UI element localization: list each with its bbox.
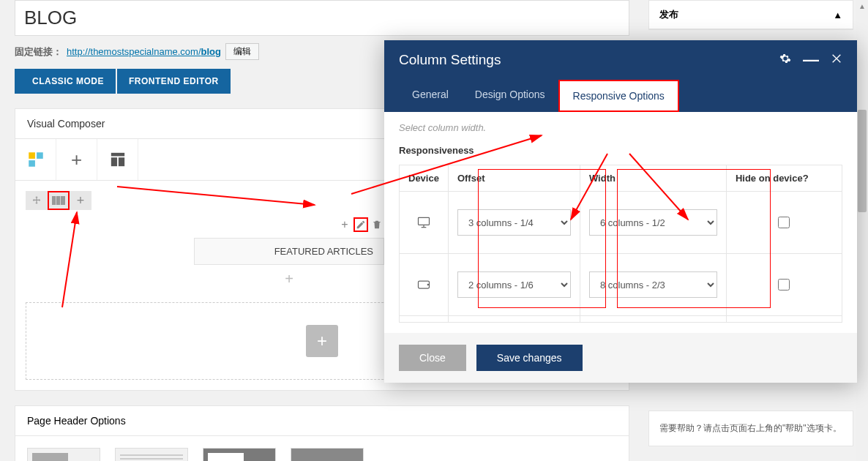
collapse-icon: ▲: [833, 10, 842, 20]
row-layout-button[interactable]: [48, 191, 70, 210]
close-button[interactable]: Close: [399, 345, 466, 371]
svg-rect-1: [111, 157, 116, 166]
tab-general[interactable]: General: [399, 80, 462, 112]
column-tools: +: [194, 216, 384, 233]
tab-responsive-options[interactable]: Responsive Options: [558, 80, 679, 112]
page-header-options-panel: Page Header Options: [15, 405, 629, 461]
modal-actions: —: [779, 53, 842, 67]
column-block: + FEATURED ARTICLES +: [194, 216, 384, 293]
window-scrollbar[interactable]: ▲: [856, 0, 868, 461]
pho-option-1[interactable]: [27, 448, 100, 461]
responsiveness-table: Device Offset Width Hide on device? 3 co…: [399, 165, 842, 323]
col-add-under-button[interactable]: +: [194, 265, 384, 293]
modal-header: Column Settings — General Design Options…: [384, 40, 857, 112]
help-box: 需要帮助？请点击页面右上角的"帮助"选项卡。: [648, 411, 853, 446]
pho-body: [15, 436, 629, 461]
tab-design-options[interactable]: Design Options: [462, 80, 558, 112]
hint-text: Select column width.: [399, 122, 842, 133]
svg-rect-2: [118, 157, 124, 166]
desktop-icon: [408, 215, 439, 230]
save-changes-button[interactable]: Save changes: [476, 345, 583, 371]
modal-title: Column Settings: [399, 52, 501, 68]
table-row: [400, 316, 842, 323]
column-settings-modal: Column Settings — General Design Options…: [384, 40, 857, 383]
permalink-label: 固定链接：: [15, 45, 62, 59]
col-header-offset: Offset: [448, 165, 580, 192]
col-add-button[interactable]: +: [337, 217, 352, 232]
col-header-device: Device: [400, 165, 449, 192]
pho-title: Page Header Options: [15, 406, 629, 436]
close-icon[interactable]: [831, 53, 842, 67]
edit-slug-button[interactable]: 编辑: [225, 43, 259, 60]
modal-tabs: General Design Options Responsive Option…: [384, 80, 857, 112]
scroll-up-arrow[interactable]: ▲: [856, 0, 868, 12]
publish-box-header[interactable]: 发布 ▲: [649, 1, 853, 29]
svg-rect-3: [52, 196, 56, 205]
table-row: 2 columns - 1/6 8 columns - 2/3: [400, 254, 842, 316]
svg-point-15: [427, 284, 428, 285]
offset-select-desktop[interactable]: 3 columns - 1/4: [457, 209, 571, 236]
page-title-input[interactable]: [24, 7, 620, 29]
text-block[interactable]: FEATURED ARTICLES: [194, 238, 384, 265]
tablet-landscape-icon: [408, 277, 439, 292]
svg-rect-11: [418, 217, 429, 225]
hide-checkbox-tablet-l[interactable]: [778, 279, 790, 291]
pho-option-4[interactable]: [291, 448, 364, 461]
gear-icon[interactable]: [779, 53, 791, 67]
modal-body: Select column width. Responsiveness Devi…: [384, 112, 857, 333]
minimize-button[interactable]: —: [803, 57, 819, 63]
vc-logo-button[interactable]: [15, 139, 56, 180]
col-header-hide: Hide on device?: [726, 165, 842, 192]
pho-option-3[interactable]: [203, 448, 276, 461]
publish-box: 发布 ▲: [648, 0, 853, 30]
offset-select-tablet-l[interactable]: 2 columns - 1/6: [457, 271, 571, 298]
col-edit-button[interactable]: [353, 217, 368, 232]
svg-rect-5: [61, 196, 65, 205]
width-select-desktop[interactable]: 6 columns - 1/2: [589, 209, 717, 236]
row-add-button[interactable]: +: [70, 191, 91, 210]
scroll-thumb[interactable]: [858, 110, 867, 212]
table-row: 3 columns - 1/4 6 columns - 1/2: [400, 192, 842, 254]
pho-option-2[interactable]: [115, 448, 188, 461]
row-move-handle[interactable]: [26, 191, 48, 210]
permalink-link[interactable]: http://themostspecialname.com/blog: [67, 46, 221, 57]
svg-rect-4: [56, 196, 60, 205]
classic-mode-button[interactable]: CLASSIC MODE: [15, 69, 116, 94]
frontend-editor-button[interactable]: FRONTEND EDITOR: [117, 69, 231, 94]
section-label: Responsiveness: [399, 145, 842, 156]
title-input-wrap: [15, 0, 629, 36]
width-select-tablet-l[interactable]: 8 columns - 2/3: [589, 271, 717, 298]
add-row-button[interactable]: +: [306, 325, 338, 357]
modal-footer: Close Save changes: [384, 333, 857, 383]
hide-checkbox-desktop[interactable]: [778, 217, 790, 228]
col-header-width: Width: [580, 165, 726, 192]
templates-button[interactable]: [97, 139, 138, 180]
svg-rect-0: [111, 153, 124, 157]
help-text: 需要帮助？请点击页面右上角的"帮助"选项卡。: [649, 411, 853, 446]
col-delete-button[interactable]: [370, 217, 384, 232]
add-element-button[interactable]: +: [56, 139, 97, 180]
